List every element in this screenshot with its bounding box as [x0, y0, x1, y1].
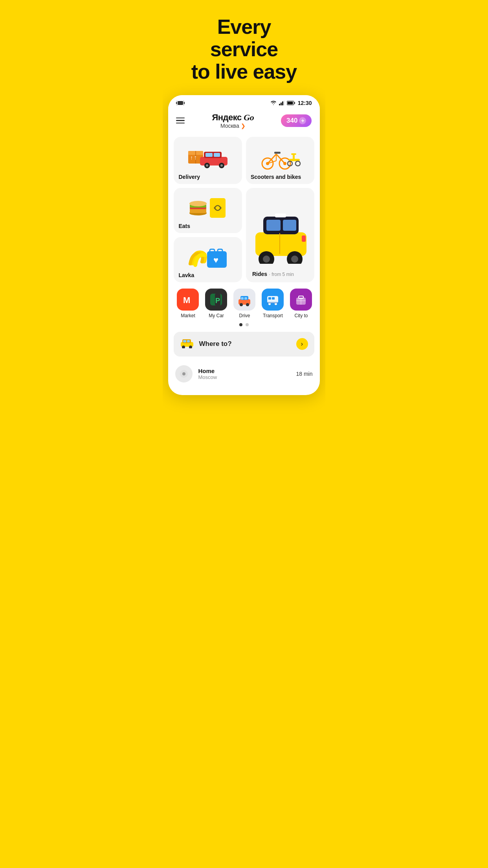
svg-rect-36 — [291, 153, 296, 155]
where-to-car-icon — [180, 337, 194, 351]
signal-icon — [279, 101, 284, 105]
home-icon — [175, 365, 193, 383]
battery-icon — [287, 101, 295, 105]
dot-1 — [239, 323, 242, 326]
svg-rect-20 — [214, 153, 220, 157]
service-rides[interactable]: Rides · from 5 min — [246, 188, 314, 282]
time-display: 12:30 — [298, 100, 312, 106]
city-arrow-icon: ❯ — [241, 123, 246, 129]
service-eats[interactable]: Eats — [174, 188, 242, 233]
svg-rect-2 — [184, 102, 185, 104]
vibrate-indicator — [176, 100, 185, 106]
svg-rect-33 — [274, 152, 281, 154]
app-header: Яндекс Go Москва ❯ 340 + — [168, 108, 319, 131]
page-dots — [168, 320, 319, 332]
home-time: 18 min — [296, 371, 312, 377]
small-icon-mycar[interactable]: P My Car — [202, 289, 230, 318]
svg-point-66 — [240, 303, 243, 306]
rides-sublabel: · from 5 min — [269, 272, 294, 277]
svg-text:♥: ♥ — [213, 255, 218, 265]
mycar-icon-circle: P — [205, 289, 227, 311]
where-to-text: Where to? — [199, 340, 296, 348]
svg-rect-10 — [287, 101, 293, 104]
eats-icon-area — [178, 194, 237, 220]
service-delivery[interactable]: ↑ ↑ Delivery — [174, 137, 242, 184]
service-scooters[interactable]: Scooters and bikes — [246, 137, 314, 184]
svg-rect-82 — [183, 340, 186, 342]
small-icons-section: M Market P My Car — [168, 285, 319, 320]
market-icon-circle: M — [177, 289, 199, 311]
svg-rect-72 — [272, 297, 275, 300]
city-label[interactable]: Москва ❯ — [212, 123, 254, 129]
svg-rect-1 — [176, 102, 177, 104]
svg-rect-8 — [284, 101, 284, 105]
rides-illustration-svg — [251, 201, 308, 264]
dot-2 — [246, 323, 249, 326]
where-to-arrow-btn[interactable]: › — [296, 338, 308, 350]
where-to-bar[interactable]: Where to? › — [174, 332, 314, 357]
phone-mockup: 12:30 Яндекс Go Москва ❯ 340 + — [168, 95, 319, 395]
rides-label: Rides — [252, 268, 267, 277]
scooters-label: Scooters and bikes — [251, 171, 301, 180]
drive-icon-circle — [233, 289, 255, 311]
plus-icon: + — [299, 117, 306, 124]
cityto-icon-circle — [290, 289, 312, 311]
svg-rect-4 — [183, 100, 184, 106]
svg-rect-6 — [281, 103, 282, 105]
svg-rect-7 — [282, 101, 283, 105]
svg-point-43 — [189, 201, 207, 206]
svg-line-30 — [276, 154, 285, 164]
points-badge[interactable]: 340 + — [281, 114, 312, 127]
status-right: 12:30 — [270, 100, 312, 106]
hamburger-menu[interactable] — [176, 118, 185, 124]
svg-rect-68 — [241, 297, 244, 300]
taxi-small-icon — [180, 337, 194, 348]
svg-rect-11 — [294, 102, 295, 104]
home-info: Home Moscow — [198, 368, 290, 380]
delivery-icon-area: ↑ ↑ — [178, 143, 237, 171]
svg-point-67 — [246, 303, 249, 306]
svg-rect-53 — [275, 213, 286, 217]
hero-title: Every service to live easy — [191, 16, 297, 83]
svg-rect-55 — [302, 235, 306, 242]
svg-rect-69 — [244, 297, 247, 300]
small-icon-cityto[interactable]: City to — [287, 289, 315, 318]
transport-icon-circle — [262, 289, 284, 311]
mycar-icon: P — [209, 292, 224, 307]
small-icon-drive[interactable]: Drive — [230, 289, 259, 318]
service-lavka[interactable]: ♥ Lavka — [174, 237, 242, 282]
delivery-illustration: ↑ ↑ — [184, 143, 231, 171]
small-icon-transport[interactable]: Transport — [259, 289, 287, 318]
transport-icon — [265, 292, 280, 307]
cityto-label: City to — [294, 313, 308, 318]
lavka-label: Lavka — [178, 269, 194, 278]
delivery-label: Delivery — [178, 171, 200, 180]
svg-rect-19 — [205, 153, 213, 157]
scooters-icon-area — [251, 143, 310, 171]
rides-icon-area — [251, 194, 310, 270]
home-location-icon — [180, 370, 188, 378]
eats-label: Eats — [178, 220, 190, 229]
svg-text:M: M — [183, 295, 190, 305]
go-text: Go — [244, 112, 254, 122]
wifi-icon — [270, 101, 277, 105]
svg-point-52 — [291, 256, 298, 263]
lavka-icon-area: ♥ — [178, 243, 237, 269]
svg-text:↑: ↑ — [190, 154, 193, 161]
svg-rect-75 — [267, 302, 278, 303]
drive-label: Drive — [239, 313, 250, 318]
svg-text:↑: ↑ — [194, 154, 197, 161]
home-name: Home — [198, 368, 290, 374]
cityto-icon — [294, 292, 308, 307]
app-name: Яндекс Go — [212, 112, 254, 123]
svg-rect-83 — [187, 340, 190, 342]
svg-rect-3 — [177, 100, 177, 106]
brand-logo: Яндекс Go Москва ❯ — [212, 112, 254, 129]
small-icon-market[interactable]: M Market — [174, 289, 202, 318]
svg-point-22 — [206, 164, 208, 167]
service-grid: ↑ ↑ Delivery — [168, 131, 319, 285]
eats-illustration — [184, 194, 231, 220]
saved-place-home[interactable]: Home Moscow 18 min — [174, 360, 314, 387]
svg-rect-47 — [266, 220, 281, 231]
transport-label: Transport — [263, 313, 283, 318]
